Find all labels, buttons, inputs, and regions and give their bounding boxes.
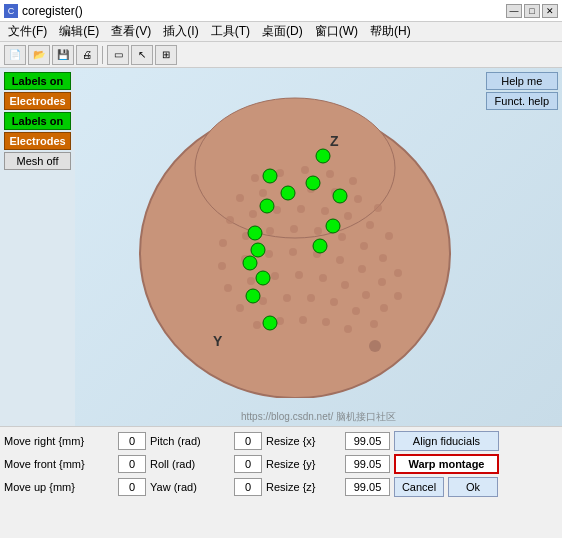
toolbar-view[interactable]: ⊞ [155,45,177,65]
input-move-right[interactable] [118,432,146,450]
title-bar-left: C coregister() [4,4,83,18]
menu-file[interactable]: 文件(F) [2,22,53,41]
svg-point-55 [253,321,261,329]
maximize-button[interactable]: □ [524,4,540,18]
svg-point-29 [379,254,387,262]
input-move-up[interactable] [118,478,146,496]
input-yaw[interactable] [234,478,262,496]
svg-point-65 [246,289,260,303]
toolbar-save[interactable]: 💾 [52,45,74,65]
menu-window[interactable]: 窗口(W) [309,22,364,41]
menu-view[interactable]: 查看(V) [105,22,157,41]
cancel-button[interactable]: Cancel [394,477,444,497]
input-roll[interactable] [234,455,262,473]
svg-point-63 [248,226,262,240]
menu-tools[interactable]: 工具(T) [205,22,256,41]
svg-point-47 [380,304,388,312]
svg-point-37 [358,265,366,273]
3d-view: Z Y Help me Funct. help https://blog.csd… [75,68,562,426]
labels-on-button-2[interactable]: Labels on [4,112,71,130]
align-fiducials-button[interactable]: Align fiducials [394,431,499,451]
funct-help-button[interactable]: Funct. help [486,92,558,110]
input-pitch[interactable] [234,432,262,450]
toolbar: 📄 📂 💾 🖨 ▭ ↖ ⊞ [0,42,562,68]
label-roll: Roll (rad) [150,458,230,470]
z-axis-label: Z [330,133,339,149]
title-bar: C coregister() — □ ✕ [0,0,562,22]
svg-point-28 [360,242,368,250]
svg-point-27 [338,233,346,241]
head-mesh-svg: Z Y [95,78,475,398]
svg-point-8 [259,189,267,197]
close-button[interactable]: ✕ [542,4,558,18]
svg-point-52 [330,298,338,306]
svg-point-19 [344,212,352,220]
svg-point-39 [394,292,402,300]
input-resize-z[interactable] [345,478,390,496]
toolbar-select[interactable]: ▭ [107,45,129,65]
svg-point-58 [322,318,330,326]
svg-point-73 [326,219,340,233]
svg-point-38 [378,278,386,286]
svg-point-50 [283,294,291,302]
svg-point-6 [349,177,357,185]
svg-point-53 [352,307,360,315]
label-resize-x: Resize {x} [266,435,341,447]
svg-point-42 [271,272,279,280]
svg-point-13 [374,204,382,212]
svg-point-5 [326,170,334,178]
watermark: https://blog.csdn.net/ 脑机接口社区 [241,410,396,424]
svg-point-44 [319,274,327,282]
minimize-button[interactable]: — [506,4,522,18]
svg-point-43 [295,271,303,279]
label-move-up: Move up {mm} [4,481,114,493]
toolbar-print[interactable]: 🖨 [76,45,98,65]
svg-point-61 [316,149,330,163]
toolbar-new[interactable]: 📄 [4,45,26,65]
svg-point-46 [362,291,370,299]
menu-help[interactable]: 帮助(H) [364,22,417,41]
svg-point-26 [314,227,322,235]
labels-on-button-1[interactable]: Labels on [4,72,71,90]
svg-point-54 [370,320,378,328]
menu-desktop[interactable]: 桌面(D) [256,22,309,41]
svg-point-12 [354,195,362,203]
svg-point-1 [195,98,395,238]
toolbar-separator [102,46,103,64]
svg-point-68 [260,199,274,213]
toolbar-open[interactable]: 📂 [28,45,50,65]
bottom-controls: Move right {mm} Pitch (rad) Resize {x} A… [0,426,562,501]
menu-insert[interactable]: 插入(I) [157,22,204,41]
svg-point-62 [263,169,277,183]
svg-point-72 [333,189,347,203]
svg-point-48 [236,304,244,312]
ok-button[interactable]: Ok [448,477,498,497]
svg-point-69 [251,243,265,257]
svg-point-34 [289,248,297,256]
svg-point-49 [259,297,267,305]
mesh-off-button[interactable]: Mesh off [4,152,71,170]
svg-point-74 [313,239,327,253]
toolbar-cursor[interactable]: ↖ [131,45,153,65]
svg-point-45 [341,281,349,289]
input-resize-x[interactable] [345,432,390,450]
svg-point-33 [265,250,273,258]
svg-point-18 [321,207,329,215]
svg-point-25 [290,225,298,233]
warp-montage-button[interactable]: Warp montage [394,454,499,474]
input-resize-y[interactable] [345,455,390,473]
svg-point-59 [344,325,352,333]
electrodes-button-2[interactable]: Electrodes [4,132,71,150]
svg-point-70 [256,271,270,285]
label-resize-z: Resize {z} [266,481,341,493]
svg-point-64 [243,256,257,270]
input-move-front[interactable] [118,455,146,473]
svg-point-20 [366,221,374,229]
y-axis-label: Y [213,333,223,349]
svg-point-24 [266,227,274,235]
electrodes-button-1[interactable]: Electrodes [4,92,71,110]
help-me-button[interactable]: Help me [486,72,558,90]
app-title: coregister() [22,4,83,18]
menu-edit[interactable]: 编辑(E) [53,22,105,41]
menu-bar: 文件(F) 编辑(E) 查看(V) 插入(I) 工具(T) 桌面(D) 窗口(W… [0,22,562,42]
